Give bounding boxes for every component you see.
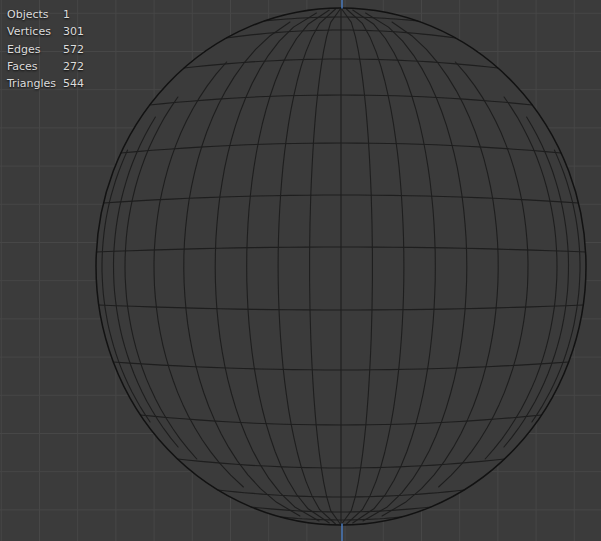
stat-row-objects: Objects 1 — [7, 6, 84, 23]
stat-label: Triangles — [7, 75, 63, 92]
stat-value: 1 — [63, 6, 70, 23]
stat-value: 301 — [63, 23, 84, 40]
viewport-canvas — [0, 0, 601, 541]
stat-label: Faces — [7, 58, 63, 75]
stat-row-triangles: Triangles 544 — [7, 75, 84, 92]
stat-value: 572 — [63, 41, 84, 58]
statistics-overlay: Objects 1 Vertices 301 Edges 572 Faces 2… — [7, 6, 84, 92]
stat-label: Vertices — [7, 23, 63, 40]
stat-row-vertices: Vertices 301 — [7, 23, 84, 40]
3d-viewport[interactable]: Objects 1 Vertices 301 Edges 572 Faces 2… — [0, 0, 601, 541]
stat-value: 544 — [63, 75, 84, 92]
wireframe-sphere-object[interactable] — [96, 8, 586, 525]
stat-row-faces: Faces 272 — [7, 58, 84, 75]
stat-value: 272 — [63, 58, 84, 75]
stat-label: Objects — [7, 6, 63, 23]
stat-label: Edges — [7, 41, 63, 58]
stat-row-edges: Edges 572 — [7, 41, 84, 58]
